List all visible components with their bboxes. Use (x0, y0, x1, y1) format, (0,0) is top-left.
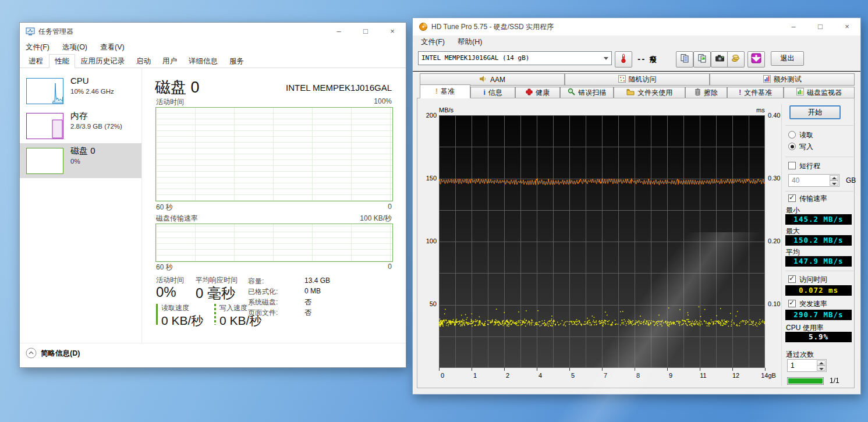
write-radio[interactable] (788, 143, 796, 150)
y-left-unit: MB/s (439, 107, 454, 114)
write-speed-bar (214, 304, 216, 325)
active-time-chart-header: 活动时间 100% (156, 97, 392, 107)
transfer-x-right: 0 (388, 263, 392, 272)
x-tick-label: 5 (561, 372, 584, 379)
minimize-button[interactable]: – (325, 23, 352, 40)
active-time-chart (155, 107, 393, 201)
pass-count-spinner[interactable] (817, 360, 826, 371)
short-stroke-checkbox[interactable] (788, 162, 796, 169)
tab-folder-usage[interactable]: 文件夹使用 (614, 87, 685, 98)
tab-users[interactable]: 用户 (157, 54, 183, 68)
close-button[interactable]: × (834, 18, 860, 36)
export-button[interactable] (747, 51, 765, 68)
tab-details[interactable]: 详细信息 (183, 54, 224, 68)
pagefile-label: 页面文件: (248, 308, 278, 318)
write-radio-label[interactable]: 写入 (799, 142, 813, 152)
tab-folder-usage-label: 文件夹使用 (637, 88, 672, 98)
x-tick-label: 9 (659, 372, 682, 379)
maximize-button[interactable]: □ (352, 23, 379, 40)
menu-file[interactable]: 文件(F) (416, 36, 449, 49)
capacity-input[interactable]: 40 (788, 174, 839, 187)
thermometer-icon (619, 53, 628, 66)
disk-panel-title: 磁盘 0 (155, 77, 200, 98)
tab-aam[interactable]: AAM (420, 73, 565, 86)
access-time-label[interactable]: 访问时间 (799, 275, 827, 285)
tab-aam-label: AAM (490, 76, 505, 84)
short-stroke-label[interactable]: 短行程 (799, 161, 820, 171)
close-button[interactable]: × (379, 23, 406, 40)
access-time-checkbox[interactable] (788, 275, 796, 283)
collapse-details-button[interactable] (26, 347, 37, 361)
task-manager-titlebar: 任务管理器 – □ × (20, 23, 406, 40)
tab-services[interactable]: 服务 (224, 54, 250, 68)
tab-random-access[interactable]: 随机访问 (565, 73, 710, 86)
tab-performance[interactable]: 性能 (49, 54, 75, 68)
active-time-x-left: 60 秒 (156, 203, 173, 212)
tab-extra-tests[interactable]: 额外测试 (710, 73, 855, 86)
menu-options[interactable]: 选项(O) (58, 41, 92, 54)
copy-image-button[interactable] (693, 51, 711, 68)
tab-startup[interactable]: 启动 (130, 54, 157, 68)
hdtune-window: HD Tune Pro 5.75 - 硬盘/SSD 实用程序 – □ × 文件(… (412, 17, 861, 395)
read-radio-label[interactable]: 读取 (799, 130, 813, 140)
tab-benchmark-label: 基准 (441, 87, 455, 97)
spin-down-icon[interactable] (817, 366, 826, 371)
y-right-tick-020: 0.20 (768, 237, 780, 244)
capacity-spinner[interactable] (830, 175, 838, 186)
menu-help[interactable]: 帮助(H) (453, 36, 487, 49)
tab-file-benchmark[interactable]: ! 文件基准 (727, 87, 784, 98)
cpu-sparkline (26, 78, 63, 104)
access-time-lcd: 0.072 ms (785, 285, 852, 296)
read-speed-bar (156, 304, 158, 325)
start-button[interactable]: 开始 (789, 105, 841, 119)
sidebar-memory-title: 内存 (70, 111, 88, 122)
burst-rate-label[interactable]: 突发速率 (799, 299, 827, 309)
tab-health[interactable]: 健康 (515, 87, 560, 98)
max-speed-lcd: 150.2 MB/s (785, 235, 852, 246)
panel-divider (781, 104, 782, 386)
screenshot-button[interactable] (711, 51, 728, 68)
burst-rate-checkbox[interactable] (788, 300, 796, 307)
temperature-button[interactable] (615, 51, 632, 68)
separator (785, 125, 853, 126)
save-results-button[interactable] (727, 51, 745, 68)
copy-text-button[interactable] (676, 51, 693, 68)
tab-disk-monitor[interactable]: 磁盘监视器 (784, 87, 855, 98)
tab-processes[interactable]: 进程 (23, 54, 49, 68)
transfer-rate-chart (155, 224, 393, 262)
pass-count-input[interactable]: 1 (787, 359, 827, 372)
collapse-details-label[interactable]: 简略信息(D) (41, 349, 80, 359)
sidebar-disk-title: 磁盘 0 (70, 146, 95, 157)
min-speed-lcd: 145.2 MB/s (785, 214, 852, 225)
spin-up-icon[interactable] (817, 360, 826, 366)
drive-select-combobox[interactable]: INTEL MEMPEK1J016GAL (14 gB) (418, 51, 612, 65)
x-tick-mark (700, 368, 700, 371)
maximize-button[interactable]: □ (807, 18, 834, 36)
spin-down-icon[interactable] (830, 180, 838, 186)
sidebar-divider (141, 68, 142, 343)
tab-info[interactable]: i 信息 (470, 87, 515, 98)
transfer-rate-checkbox[interactable] (788, 194, 796, 202)
tab-error-scan[interactable]: 错误扫描 (560, 87, 614, 98)
menu-file[interactable]: 文件(F) (21, 41, 54, 54)
exit-button[interactable]: 退出 (771, 51, 804, 66)
x-tick-label: 8 (626, 372, 650, 379)
tab-app-history[interactable]: 应用历史记录 (75, 54, 130, 68)
save-results-icon (731, 54, 741, 65)
transfer-rate-label[interactable]: 传输速率 (799, 194, 827, 204)
hdtune-tabs-bottom-row: ! 基准 i 信息 健康 错误扫描 文件夹使用 擦除 (420, 86, 855, 98)
tab-benchmark[interactable]: ! 基准 (420, 84, 470, 98)
x-tick-mark (472, 368, 472, 371)
separator (785, 157, 853, 157)
read-radio[interactable] (788, 131, 796, 139)
minimize-button[interactable]: – (780, 18, 807, 36)
menu-view[interactable]: 查看(V) (95, 41, 129, 54)
sidebar-memory-subtitle: 2.8/3.9 GB (72%) (70, 123, 122, 130)
tab-erase[interactable]: 擦除 (685, 87, 727, 98)
sidebar-item-memory[interactable]: 内存 2.8/3.9 GB (72%) (20, 108, 141, 142)
sidebar-item-cpu[interactable]: CPU 10% 2.46 GHz (20, 73, 141, 107)
x-tick-mark (635, 368, 635, 371)
spin-up-icon[interactable] (830, 175, 838, 180)
health-icon (526, 88, 533, 97)
sidebar-item-disk0[interactable]: 磁盘 0 0% (20, 143, 141, 178)
